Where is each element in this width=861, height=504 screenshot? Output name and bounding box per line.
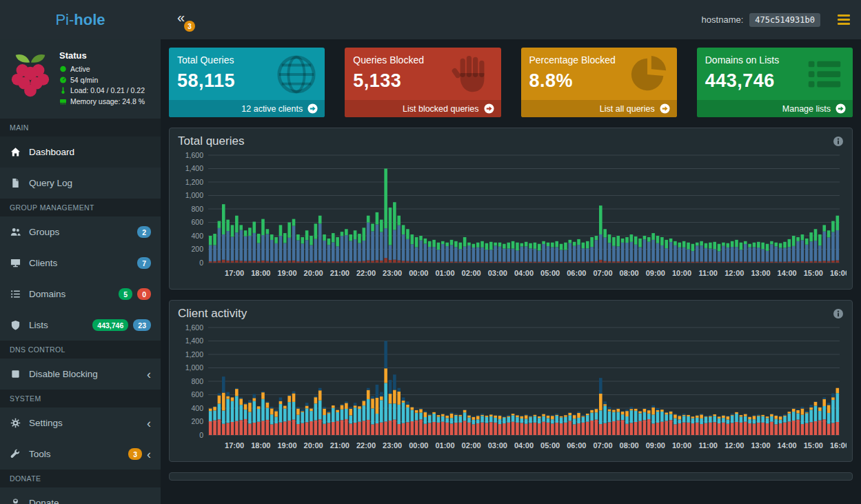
summary-card-total-queries: Total Queries58,11512 active clients <box>169 48 325 117</box>
top-navbar: Pi-hole « 3 hostname: 475c514931b0 <box>0 0 861 39</box>
svg-text:00:00: 00:00 <box>409 441 428 450</box>
panel-header: Total queries <box>170 128 852 150</box>
svg-text:400: 400 <box>191 232 203 240</box>
total-queries-chart-body: 02004006008001,0001,2001,4001,60017:0018… <box>170 150 852 289</box>
list-icon <box>10 289 21 299</box>
svg-text:1,200: 1,200 <box>185 178 203 186</box>
svg-text:400: 400 <box>191 404 203 412</box>
svg-text:10:00: 10:00 <box>672 441 691 450</box>
total-queries-chart[interactable]: 02004006008001,0001,2001,4001,60017:0018… <box>175 150 847 285</box>
sidebar-item-lists[interactable]: Lists443,74623 <box>0 310 161 341</box>
card-footer-link[interactable]: List all queries <box>521 100 677 117</box>
sidebar-item-label: Lists <box>29 320 48 330</box>
svg-text:1,000: 1,000 <box>185 363 203 372</box>
svg-text:02:00: 02:00 <box>462 269 481 277</box>
sidebar: Status Active54 q/minLoad: 0.04 / 0.21 /… <box>0 39 161 504</box>
navbar-right: hostname: 475c514931b0 <box>702 0 861 39</box>
gauge-icon <box>59 76 67 84</box>
client-activity-chart[interactable]: 02004006008001,0001,2001,4001,60017:0018… <box>175 322 847 457</box>
svg-text:20:00: 20:00 <box>304 269 323 277</box>
svg-text:17:00: 17:00 <box>225 269 244 277</box>
svg-text:1,000: 1,000 <box>185 191 203 199</box>
sidebar-item-label: Query Log <box>29 178 72 188</box>
sidebar-item-dashboard[interactable]: Dashboard <box>0 137 161 168</box>
card-footer-link[interactable]: 12 active clients <box>169 100 325 117</box>
sidebar-item-groups[interactable]: Groups2 <box>0 216 161 248</box>
count-badge: 23 <box>133 319 151 331</box>
panel-header: Client activity <box>170 301 852 322</box>
status-title: Status <box>59 50 145 61</box>
panel-partial <box>169 472 853 481</box>
status-item: Active <box>59 65 145 73</box>
sidebar-item-query-log[interactable]: Query Log <box>0 168 161 199</box>
sidebar-item-settings[interactable]: Settings‹ <box>0 407 161 439</box>
svg-text:600: 600 <box>191 218 203 226</box>
status-item: 54 q/min <box>59 76 145 84</box>
sidebar-item-label: Groups <box>29 227 59 237</box>
svg-text:14:00: 14:00 <box>778 269 797 277</box>
svg-text:1,200: 1,200 <box>185 350 203 359</box>
svg-text:08:00: 08:00 <box>620 441 639 450</box>
brand-text-bold: hole <box>74 11 105 29</box>
svg-text:11:00: 11:00 <box>698 269 718 277</box>
brand-logo[interactable]: Pi-hole <box>0 0 161 39</box>
status-item: Load: 0.04 / 0.21 / 0.22 <box>59 86 145 94</box>
sidebar-collapse-icon[interactable]: « <box>177 10 183 25</box>
card-body: Domains on Lists443,746 <box>697 48 853 100</box>
svg-text:800: 800 <box>191 205 203 213</box>
card-footer-label: List blocked queries <box>403 104 478 114</box>
info-icon[interactable] <box>833 308 844 319</box>
count-badge: 5 <box>119 288 132 300</box>
card-title: Queries Blocked <box>353 54 492 65</box>
sidebar-item-label: Donate <box>29 498 59 504</box>
svg-text:03:00: 03:00 <box>488 269 507 277</box>
card-value: 58,115 <box>177 70 316 92</box>
stop-icon <box>10 369 21 379</box>
status-lines: Status Active54 q/minLoad: 0.04 / 0.21 /… <box>59 49 145 108</box>
sidebar-item-disable-blocking[interactable]: Disable Blocking‹ <box>0 359 161 390</box>
card-footer-link[interactable]: Manage lists <box>697 100 853 117</box>
sidebar-item-clients[interactable]: Clients7 <box>0 248 161 279</box>
sidebar-item-label: Tools <box>29 449 51 459</box>
svg-text:05:00: 05:00 <box>540 441 560 450</box>
summary-card-percentage-blocked: Percentage Blocked8.8%List all queries <box>521 48 677 117</box>
chevron-left-icon: ‹ <box>147 448 151 461</box>
hostname-value: 475c514931b0 <box>749 13 820 27</box>
summary-cards-row: Total Queries58,11512 active clientsQuer… <box>169 48 853 117</box>
svg-text:06:00: 06:00 <box>567 441 586 450</box>
svg-text:08:00: 08:00 <box>620 269 639 277</box>
sidebar-item-domains[interactable]: Domains50 <box>0 279 161 310</box>
sidebar-item-tools[interactable]: Tools3‹ <box>0 439 161 470</box>
svg-text:14:00: 14:00 <box>778 441 797 450</box>
svg-text:21:00: 21:00 <box>330 269 350 277</box>
update-count-badge[interactable]: 3 <box>184 21 195 32</box>
thermometer-icon <box>59 86 67 94</box>
svg-text:0: 0 <box>199 431 203 439</box>
svg-text:12:00: 12:00 <box>725 441 744 450</box>
count-badge: 2 <box>137 226 151 238</box>
hostname-label: hostname: <box>702 14 744 25</box>
svg-text:200: 200 <box>191 245 203 253</box>
card-value: 5,133 <box>353 70 492 92</box>
svg-text:22:00: 22:00 <box>356 269 376 277</box>
panel-title: Client activity <box>178 307 247 321</box>
svg-text:800: 800 <box>191 377 203 385</box>
svg-text:13:00: 13:00 <box>751 269 770 277</box>
svg-text:10:00: 10:00 <box>672 269 691 277</box>
sidebar-item-label: Dashboard <box>29 147 74 157</box>
summary-card-queries-blocked: Queries Blocked5,133List blocked queries <box>345 48 500 117</box>
info-icon[interactable] <box>833 136 844 147</box>
navbar-left: « 3 <box>161 0 183 39</box>
svg-text:07:00: 07:00 <box>593 441 612 450</box>
svg-text:17:00: 17:00 <box>225 441 244 450</box>
home-icon <box>10 147 21 157</box>
sidebar-item-donate[interactable]: Donate <box>0 487 161 504</box>
status-dot-icon <box>59 65 67 73</box>
svg-text:1,600: 1,600 <box>185 151 203 159</box>
svg-text:21:00: 21:00 <box>330 441 350 450</box>
hamburger-menu-icon[interactable] <box>838 14 850 25</box>
status-item: Memory usage: 24.8 % <box>59 97 145 105</box>
svg-text:02:00: 02:00 <box>462 441 481 450</box>
sidebar-status-block: Status Active54 q/minLoad: 0.04 / 0.21 /… <box>0 39 161 119</box>
card-footer-link[interactable]: List blocked queries <box>345 100 500 117</box>
